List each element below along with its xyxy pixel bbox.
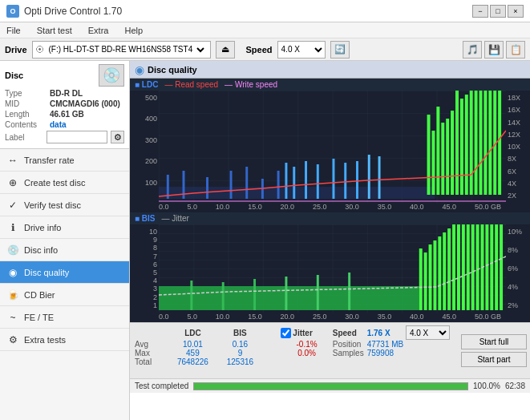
menubar: File Start test Extra Help: [0, 22, 530, 38]
svg-rect-43: [348, 273, 350, 310]
upper-y-axis: 500 400 300 200 100: [130, 91, 159, 203]
nav-drive-info-label: Drive info: [24, 223, 61, 232]
svg-rect-23: [446, 119, 449, 195]
nav-verify-test-label: Verify test disc: [24, 200, 81, 210]
window-controls: − □ ×: [472, 5, 524, 18]
app-title: Opti Drive Control 1.70: [24, 6, 122, 17]
svg-rect-31: [483, 91, 487, 195]
svg-rect-60: [495, 224, 498, 310]
menu-file[interactable]: File: [3, 25, 24, 36]
transfer-rate-icon: ↔: [6, 154, 19, 167]
start-full-button[interactable]: Start full: [461, 334, 527, 349]
svg-rect-9: [277, 171, 280, 199]
nav-disc-info[interactable]: 💿 Disc info: [0, 239, 129, 261]
lower-chart-area: [159, 224, 506, 313]
jitter-checkbox[interactable]: [281, 328, 291, 338]
contents-value[interactable]: data: [50, 120, 67, 129]
nav-transfer-rate[interactable]: ↔ Transfer rate: [0, 149, 129, 172]
upper-right-y-axis: 18X 16X 14X 12X 10X 8X 6X 4X 2X: [506, 91, 530, 203]
speed-select-stats[interactable]: 4.0 X: [406, 325, 450, 340]
disc-quality-icon: ◉: [6, 266, 19, 279]
svg-rect-39: [222, 282, 225, 310]
svg-rect-45: [424, 252, 427, 310]
create-test-icon: ⊕: [6, 176, 19, 189]
chart-title: Disc quality: [148, 65, 197, 75]
refresh-button[interactable]: 🔄: [330, 41, 350, 59]
toolbar-icon-2[interactable]: 💾: [484, 41, 504, 59]
speed-label: Speed: [246, 45, 273, 55]
toolbar-icon-3[interactable]: 📋: [506, 41, 525, 59]
position-value: 47731 MB: [367, 340, 453, 349]
svg-rect-55: [471, 224, 475, 310]
legend-ldc: ■ LDC: [135, 80, 158, 89]
cd-bier-icon: 🍺: [6, 289, 19, 301]
nav-cd-bier[interactable]: 🍺 CD Bier: [0, 284, 129, 306]
svg-rect-59: [490, 224, 493, 310]
contents-label: Contents: [5, 120, 47, 129]
main-area: Disc 💿 Type BD-R DL MID CMCMAGDI6 (000) …: [0, 61, 530, 420]
legend-row: ■ LDC — Read speed — Write speed: [130, 79, 530, 91]
svg-rect-6: [230, 171, 233, 199]
eject-button[interactable]: ⏏: [216, 41, 235, 59]
nav-extra-tests[interactable]: ⚙ Extra tests: [0, 329, 129, 351]
maximize-button[interactable]: □: [490, 5, 506, 18]
label-btn[interactable]: ⚙: [111, 131, 124, 143]
svg-rect-12: [305, 161, 307, 199]
nav-fe-te[interactable]: ~ FE / TE: [0, 306, 129, 329]
total-label: Total: [135, 357, 169, 366]
nav-create-test-disc[interactable]: ⊕ Create test disc: [0, 172, 129, 194]
nav-disc-quality[interactable]: ◉ Disc quality: [0, 261, 129, 284]
label-input[interactable]: [47, 131, 107, 143]
menu-start-test[interactable]: Start test: [34, 25, 75, 36]
svg-rect-5: [206, 177, 208, 199]
progress-time: 62:38: [505, 382, 525, 390]
disc-info-icon: 💿: [6, 244, 19, 256]
max-bis: 9: [216, 349, 264, 357]
titlebar-left: O Opti Drive Control 1.70: [6, 5, 122, 18]
speed-col-header: Speed: [333, 325, 367, 340]
nav-create-test-label: Create test disc: [24, 178, 85, 188]
nav-drive-info[interactable]: ℹ Drive info: [0, 216, 129, 239]
length-label: Length: [5, 110, 47, 119]
progress-percent: 100.0%: [473, 382, 500, 390]
type-label: Type: [5, 89, 47, 98]
svg-rect-17: [368, 155, 370, 199]
avg-label: Avg: [135, 340, 169, 349]
speed-select-top[interactable]: 4.0 X: [277, 41, 326, 59]
max-ldc: 459: [169, 349, 216, 357]
sidebar: Disc 💿 Type BD-R DL MID CMCMAGDI6 (000) …: [0, 61, 130, 420]
svg-rect-52: [457, 224, 460, 310]
upper-chart: 500 400 300 200 100: [130, 91, 530, 203]
type-value: BD-R DL: [50, 89, 83, 98]
mid-value: CMCMAGDI6 (000): [50, 99, 120, 108]
extra-tests-icon: ⚙: [6, 333, 19, 346]
legend-bis: ■ BIS: [135, 214, 156, 223]
svg-rect-30: [479, 91, 483, 195]
svg-rect-10: [285, 163, 287, 199]
menu-help[interactable]: Help: [121, 25, 146, 36]
svg-rect-46: [429, 244, 432, 310]
stats-area: LDC BIS Jitter Speed 1.76 X: [130, 322, 530, 378]
minimize-button[interactable]: −: [472, 5, 488, 18]
lower-legend-row: ■ BIS — Jitter: [130, 212, 530, 224]
app-icon: O: [6, 5, 19, 18]
progress-bar-row: Test completed 100.0% 62:38: [130, 378, 530, 393]
nav-disc-quality-label: Disc quality: [24, 268, 69, 277]
menu-extra[interactable]: Extra: [85, 25, 112, 36]
total-ldc: 7648226: [169, 357, 216, 366]
start-part-button[interactable]: Start part: [461, 352, 527, 367]
nav-verify-test-disc[interactable]: ✓ Verify test disc: [0, 194, 129, 216]
drive-select[interactable]: (F:) HL-DT-ST BD-RE WH16NS58 TST4: [46, 42, 207, 58]
drive-info-icon: ℹ: [6, 221, 19, 234]
toolbar-icon-1[interactable]: 🎵: [463, 41, 482, 59]
label-label: Label: [5, 133, 43, 142]
lower-chart-svg: [159, 224, 506, 313]
svg-rect-14: [333, 159, 335, 199]
svg-rect-29: [475, 91, 478, 195]
stats-table-area: LDC BIS Jitter Speed 1.76 X: [130, 323, 458, 378]
samples-label: Samples: [333, 349, 367, 357]
avg-ldc: 10.01: [169, 340, 216, 349]
lower-x-labels: 0.0 5.0 10.0 15.0 20.0 25.0 30.0 35.0 40…: [159, 313, 501, 321]
disc-image-btn[interactable]: 💿: [99, 64, 124, 87]
close-button[interactable]: ×: [508, 5, 524, 18]
